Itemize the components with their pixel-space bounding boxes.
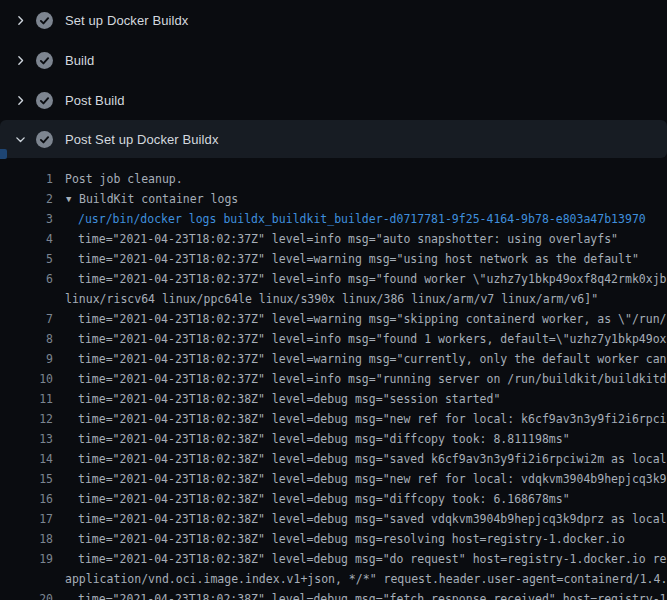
line-number[interactable]: 19 — [0, 549, 53, 569]
log-line: ▼time="2021-04-23T18:02:37Z" level=warni… — [78, 349, 667, 369]
log-line: ▼time="2021-04-23T18:02:38Z" level=debug… — [78, 549, 667, 569]
log-line: ▼time="2021-04-23T18:02:37Z" level=info … — [78, 269, 667, 289]
log-line: ▼time="2021-04-23T18:02:37Z" level=warni… — [78, 309, 667, 329]
log-row: 4 ▼time="2021-04-23T18:02:37Z" level=inf… — [0, 229, 667, 249]
log-line: ▼time="2021-04-23T18:02:38Z" level=debug… — [78, 589, 667, 600]
line-number[interactable]: 17 — [0, 509, 53, 529]
check-circle-icon — [36, 52, 53, 69]
log-row: 17 ▼time="2021-04-23T18:02:38Z" level=de… — [0, 509, 667, 529]
log-line: ▼time="2021-04-23T18:02:37Z" level=info … — [78, 329, 667, 349]
line-number[interactable]: 10 — [0, 369, 53, 389]
chevron-right-icon — [13, 13, 27, 27]
log-row: 15 ▼time="2021-04-23T18:02:38Z" level=de… — [0, 469, 667, 489]
log-row: 10 ▼time="2021-04-23T18:02:37Z" level=in… — [0, 369, 667, 389]
line-number[interactable]: 18 — [0, 529, 53, 549]
log-row: 5 ▼time="2021-04-23T18:02:37Z" level=war… — [0, 249, 667, 269]
log-row: 11 ▼time="2021-04-23T18:02:38Z" level=de… — [0, 389, 667, 409]
line-number[interactable]: 9 — [0, 349, 53, 369]
log-line: ▼/usr/bin/docker logs buildx_buildkit_bu… — [78, 209, 646, 229]
log-text: application/vnd.oci.image.index.v1+json,… — [65, 572, 667, 586]
step-label: Post Build — [65, 93, 125, 108]
line-number[interactable] — [0, 289, 53, 309]
log-row: 18 ▼time="2021-04-23T18:02:38Z" level=de… — [0, 529, 667, 549]
line-number[interactable]: 1 — [0, 169, 53, 189]
log-text: time="2021-04-23T18:02:38Z" level=debug … — [78, 492, 570, 506]
line-number[interactable]: 4 — [0, 229, 53, 249]
log-row: 19 ▼time="2021-04-23T18:02:38Z" level=de… — [0, 549, 667, 569]
line-number[interactable]: 5 — [0, 249, 53, 269]
log-text: time="2021-04-23T18:02:38Z" level=debug … — [78, 552, 667, 566]
line-number[interactable]: 7 — [0, 309, 53, 329]
log-text: time="2021-04-23T18:02:37Z" level=info m… — [78, 272, 667, 286]
log-line: ▼Post job cleanup. — [65, 169, 183, 189]
log-text: Post job cleanup. — [65, 172, 183, 186]
log-line: ▼BuildKit container logs — [66, 189, 238, 209]
log-line: ▼application/vnd.oci.image.index.v1+json… — [65, 569, 667, 589]
check-circle-icon — [36, 131, 53, 148]
line-number[interactable]: 3 — [0, 209, 53, 229]
log-row: ▼linux/riscv64 linux/ppc64le linux/s390x… — [0, 289, 667, 309]
log-row: 14 ▼time="2021-04-23T18:02:38Z" level=de… — [0, 449, 667, 469]
chevron-right-icon — [13, 53, 27, 67]
log-text: time="2021-04-23T18:02:38Z" level=debug … — [78, 472, 667, 486]
line-number[interactable]: 16 — [0, 489, 53, 509]
log-line: ▼time="2021-04-23T18:02:37Z" level=info … — [78, 229, 618, 249]
log-row: 3 ▼/usr/bin/docker logs buildx_buildkit_… — [0, 209, 667, 229]
log-line: ▼time="2021-04-23T18:02:38Z" level=debug… — [78, 489, 570, 509]
line-number[interactable] — [0, 569, 53, 589]
line-number[interactable]: 6 — [0, 269, 53, 289]
check-circle-icon — [36, 92, 53, 109]
chevron-right-icon — [13, 93, 27, 107]
line-number[interactable]: 8 — [0, 329, 53, 349]
log-line: ▼time="2021-04-23T18:02:37Z" level=warni… — [78, 249, 639, 269]
log-text: time="2021-04-23T18:02:38Z" level=debug … — [78, 412, 667, 426]
log-row: 9 ▼time="2021-04-23T18:02:37Z" level=war… — [0, 349, 667, 369]
line-number[interactable]: 2 — [0, 189, 53, 209]
check-circle-icon — [36, 12, 53, 29]
log-text: time="2021-04-23T18:02:37Z" level=warnin… — [78, 352, 667, 366]
log-line: ▼time="2021-04-23T18:02:38Z" level=debug… — [78, 389, 500, 409]
log-row[interactable]: 2 ▼BuildKit container logs — [0, 189, 667, 209]
log-text: time="2021-04-23T18:02:38Z" level=debug … — [78, 452, 667, 466]
steps-panel: Set up Docker Buildx Build Post Build — [0, 0, 667, 158]
log-text: time="2021-04-23T18:02:37Z" level=warnin… — [78, 252, 639, 266]
line-number[interactable]: 13 — [0, 429, 53, 449]
log-row: 12 ▼time="2021-04-23T18:02:38Z" level=de… — [0, 409, 667, 429]
log-line: ▼time="2021-04-23T18:02:37Z" level=info … — [78, 369, 667, 389]
log-line: ▼time="2021-04-23T18:02:38Z" level=debug… — [78, 469, 667, 489]
log-text: time="2021-04-23T18:02:38Z" level=debug … — [78, 532, 625, 546]
log-text: time="2021-04-23T18:02:38Z" level=debug … — [78, 512, 667, 526]
log-text: time="2021-04-23T18:02:37Z" level=info m… — [78, 232, 618, 246]
disclosure-triangle-icon[interactable]: ▼ — [66, 189, 79, 209]
log-line: ▼time="2021-04-23T18:02:38Z" level=debug… — [78, 409, 667, 429]
line-number[interactable]: 15 — [0, 469, 53, 489]
log-text: time="2021-04-23T18:02:38Z" level=debug … — [78, 592, 667, 600]
log-text: time="2021-04-23T18:02:38Z" level=debug … — [78, 432, 570, 446]
step-row-post-set-up-docker-buildx[interactable]: Post Set up Docker Buildx — [0, 120, 667, 158]
log-row: 1 ▼Post job cleanup. — [0, 169, 667, 189]
log-text: time="2021-04-23T18:02:38Z" level=debug … — [78, 392, 500, 406]
log-line: ▼time="2021-04-23T18:02:38Z" level=debug… — [78, 449, 667, 469]
log-line: ▼time="2021-04-23T18:02:38Z" level=debug… — [78, 509, 667, 529]
log-row: ▼application/vnd.oci.image.index.v1+json… — [0, 569, 667, 589]
step-label: Set up Docker Buildx — [65, 13, 188, 28]
log-line: ▼linux/riscv64 linux/ppc64le linux/s390x… — [65, 289, 598, 309]
log-text: time="2021-04-23T18:02:37Z" level=info m… — [78, 332, 667, 346]
log-row: 7 ▼time="2021-04-23T18:02:37Z" level=war… — [0, 309, 667, 329]
step-row-build[interactable]: Build — [0, 40, 667, 80]
log-text: BuildKit container logs — [79, 192, 238, 206]
step-label: Post Set up Docker Buildx — [65, 132, 219, 147]
chevron-down-icon — [13, 132, 27, 146]
step-label: Build — [65, 53, 94, 68]
line-number[interactable]: 14 — [0, 449, 53, 469]
log-row: 16 ▼time="2021-04-23T18:02:38Z" level=de… — [0, 489, 667, 509]
step-row-post-build[interactable]: Post Build — [0, 80, 667, 120]
line-number[interactable]: 11 — [0, 389, 53, 409]
log-text: time="2021-04-23T18:02:37Z" level=warnin… — [78, 312, 667, 326]
log-line: ▼time="2021-04-23T18:02:38Z" level=debug… — [78, 529, 625, 549]
line-number[interactable]: 12 — [0, 409, 53, 429]
log-panel: 1 ▼Post job cleanup. 2 ▼BuildKit contain… — [0, 158, 667, 600]
log-row: 13 ▼time="2021-04-23T18:02:38Z" level=de… — [0, 429, 667, 449]
step-row-set-up-docker-buildx[interactable]: Set up Docker Buildx — [0, 0, 667, 40]
line-number[interactable]: 20 — [0, 589, 53, 600]
